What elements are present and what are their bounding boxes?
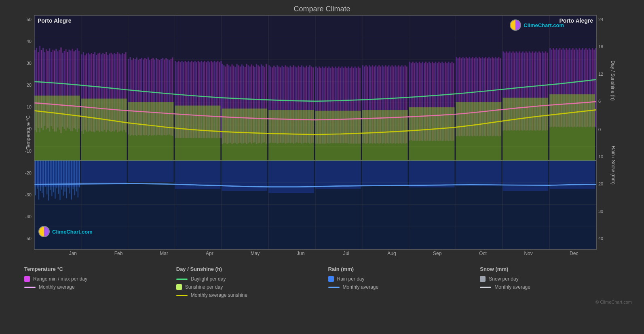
svg-rect-405 [63,161,64,196]
svg-rect-397 [50,161,51,190]
y-axis-right-top-label: Day / Sunshine (h) [610,61,615,101]
svg-rect-414 [78,161,78,198]
legend-snow-bar: Snow per day [480,276,632,282]
svg-rect-383 [362,161,408,186]
location-label-left: Porto Alegre [38,17,72,24]
svg-rect-409 [70,161,70,194]
svg-rect-396 [48,161,49,200]
svg-rect-412 [74,161,75,196]
legend-rain-bar: Rain per day [328,276,480,282]
svg-rect-399 [53,161,54,192]
svg-rect-395 [46,161,47,194]
svg-rect-369 [268,110,314,160]
svg-rect-381 [268,161,314,193]
svg-rect-363 [220,61,222,138]
legend-temperature-title: Temperature °C [24,266,176,272]
legend-temp-range: Range min / max per day [24,276,176,282]
svg-rect-377 [81,161,127,185]
svg-rect-407 [66,161,67,198]
legend-sunshine: Day / Sunshine (h) Daylight per day Suns… [176,266,328,298]
svg-rect-368 [222,108,267,160]
svg-rect-384 [409,161,455,187]
svg-rect-382 [315,161,361,189]
svg-rect-393 [43,161,44,198]
brand-top-right: ClimeChart.com [510,19,564,31]
svg-rect-378 [128,161,174,183]
svg-rect-403 [59,161,60,200]
brand-icon-top [510,19,521,31]
legend-sunshine-title: Day / Sunshine (h) [176,266,328,272]
legend: Temperature °C Range min / max per day M… [0,261,644,298]
legend-snow-title: Snow (mm) [480,266,632,272]
page-title: Compare Climate [0,0,644,15]
svg-rect-413 [76,161,77,191]
svg-rect-390 [38,161,39,200]
svg-rect-386 [503,161,548,191]
svg-rect-391 [40,161,41,191]
legend-snow: Snow (mm) Snow per day Monthly average [480,266,632,298]
chart-area: Porto Alegre Porto Alegre ClimeChart.com… [34,15,597,250]
x-axis: Jan Feb Mar Apr May Jun Jul Aug Sep Oct … [0,250,644,257]
svg-rect-410 [71,161,72,200]
brand-text-top: ClimeChart.com [524,22,564,28]
svg-rect-392 [42,161,42,193]
y-axis-right-bottom-label: Rain / Snow (mm) [610,146,616,185]
brand-icon-bottom [38,226,50,237]
location-label-right: Porto Alegre [560,17,593,24]
svg-rect-370 [315,111,361,160]
legend-rain-avg: Monthly average [328,284,480,290]
brand-text-bottom: ClimeChart.com [52,229,93,235]
legend-temp-avg: Monthly average [24,284,176,290]
svg-rect-411 [73,161,74,189]
legend-temperature: Temperature °C Range min / max per day M… [24,266,176,298]
svg-rect-404 [61,161,62,190]
svg-rect-398 [51,161,52,196]
svg-rect-365 [81,99,127,161]
svg-rect-402 [58,161,59,194]
svg-rect-388 [35,161,36,196]
svg-rect-367 [175,106,221,161]
legend-daylight: Daylight per day [176,276,328,282]
legend-sunshine-avg: Monthly average sunshine [176,292,328,298]
svg-rect-406 [65,161,65,192]
legend-rain: Rain (mm) Rain per day Monthly average [328,266,480,298]
y-axis-left: 50 40 30 20 10 0 -10 -20 -30 -40 -50 [16,15,34,250]
svg-rect-364 [34,96,80,161]
svg-rect-415 [79,161,80,187]
svg-rect-400 [55,161,55,199]
copyright: © ClimeChart.com [0,300,644,304]
chart-svg [34,15,596,249]
legend-sunshine-bar: Sunshine per day [176,284,328,290]
legend-rain-title: Rain (mm) [328,266,480,272]
svg-rect-394 [45,161,46,187]
y-axis-left-label: Temperature °C [25,115,31,149]
legend-snow-avg: Monthly average [480,284,632,290]
brand-bottom-left: ClimeChart.com [38,226,93,237]
y-axis-right: 24 18 12 6 0 10 20 30 40 [597,15,627,250]
svg-rect-385 [456,161,502,186]
